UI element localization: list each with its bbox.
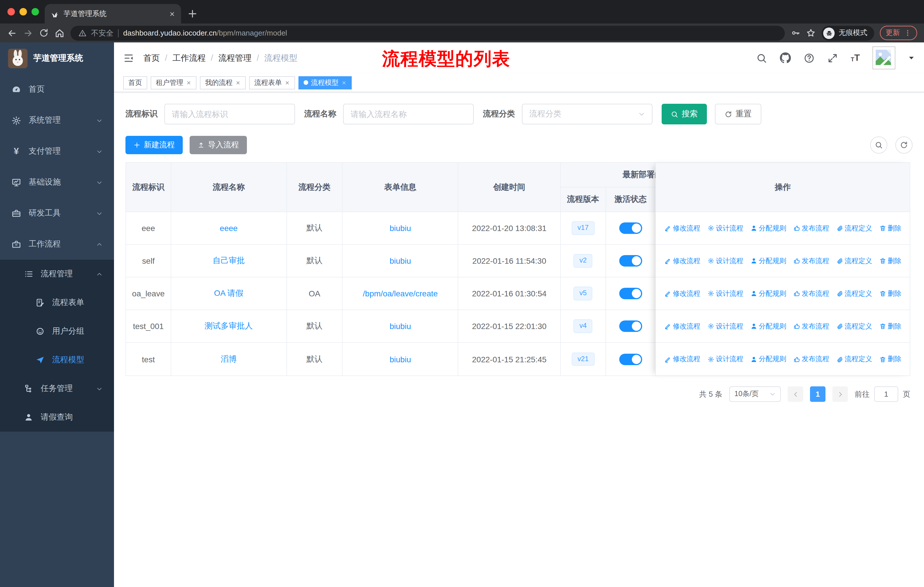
process-name-link[interactable]: eeee: [220, 223, 238, 233]
assign-rule-link[interactable]: 分配规则: [750, 256, 786, 266]
browser-menu-icon[interactable]: [904, 29, 911, 37]
delete-process-link[interactable]: 删除: [879, 354, 901, 364]
help-icon[interactable]: [804, 53, 815, 63]
form-info-link[interactable]: biubiu: [389, 355, 411, 364]
sidebar-item-infra[interactable]: 基础设施: [0, 167, 114, 198]
modify-process-link[interactable]: 修改流程: [664, 223, 700, 233]
process-name-link[interactable]: 测试多审批人: [205, 321, 252, 331]
publish-process-link[interactable]: 发布流程: [793, 354, 829, 364]
close-window-button[interactable]: [7, 8, 15, 15]
publish-process-link[interactable]: 发布流程: [793, 223, 829, 233]
active-toggle[interactable]: [619, 222, 642, 234]
design-process-link[interactable]: 设计流程: [707, 354, 743, 364]
address-bar[interactable]: 不安全 dashboard.yudao.iocoder.cn/bpm/manag…: [71, 25, 785, 40]
goto-page-input[interactable]: [874, 386, 898, 402]
tag-my-process[interactable]: 我的流程: [200, 76, 246, 89]
delete-process-link[interactable]: 删除: [879, 289, 901, 298]
sidebar-item-payment[interactable]: ¥ 支付管理: [0, 136, 114, 167]
breadcrumb-item[interactable]: 首页: [143, 53, 160, 63]
assign-rule-link[interactable]: 分配规则: [750, 321, 786, 331]
form-info-link[interactable]: biubiu: [389, 256, 411, 265]
tag-tenant[interactable]: 租户管理: [151, 76, 196, 89]
tab-close-icon[interactable]: [169, 11, 175, 17]
modify-process-link[interactable]: 修改流程: [664, 321, 700, 331]
page-size-select[interactable]: 10条/页: [729, 386, 781, 402]
header-search-icon[interactable]: [756, 53, 767, 63]
tag-close-icon[interactable]: [342, 80, 346, 85]
tag-process-form[interactable]: 流程表单: [249, 76, 295, 89]
process-definition-link[interactable]: 流程定义: [836, 223, 872, 233]
modify-process-link[interactable]: 修改流程: [664, 354, 700, 364]
github-icon[interactable]: [780, 52, 791, 64]
sidebar-item-system[interactable]: 系统管理: [0, 105, 114, 136]
reload-icon[interactable]: [39, 28, 49, 38]
delete-process-link[interactable]: 删除: [879, 223, 901, 233]
publish-process-link[interactable]: 发布流程: [793, 256, 829, 266]
maximize-window-button[interactable]: [31, 8, 39, 15]
key-icon[interactable]: [790, 28, 800, 38]
next-page-button[interactable]: [832, 386, 848, 402]
browser-update-button[interactable]: 更新: [880, 26, 917, 40]
form-info-link[interactable]: biubiu: [389, 223, 411, 233]
prev-page-button[interactable]: [788, 386, 803, 402]
show-search-toggle-button[interactable]: [870, 136, 887, 154]
process-definition-link[interactable]: 流程定义: [836, 321, 872, 331]
tag-process-model-active[interactable]: 流程模型: [299, 76, 352, 89]
active-toggle[interactable]: [619, 321, 642, 332]
publish-process-link[interactable]: 发布流程: [793, 289, 829, 298]
sidebar-item-process-model[interactable]: 流程模型: [0, 346, 114, 374]
tag-close-icon[interactable]: [285, 80, 290, 85]
process-definition-link[interactable]: 流程定义: [836, 256, 872, 266]
category-select[interactable]: 流程分类: [522, 104, 652, 124]
home-icon[interactable]: [54, 28, 65, 38]
tag-close-icon[interactable]: [186, 80, 191, 85]
new-tab-button[interactable]: [187, 8, 198, 20]
browser-tab[interactable]: 芋道管理系统: [45, 4, 181, 23]
sidebar-item-home[interactable]: 首页: [0, 74, 114, 105]
collapse-sidebar-icon[interactable]: [123, 53, 134, 63]
process-key-input[interactable]: [164, 104, 295, 124]
active-toggle[interactable]: [619, 354, 642, 365]
process-definition-link[interactable]: 流程定义: [836, 354, 872, 364]
process-name-link[interactable]: OA 请假: [214, 288, 243, 299]
active-toggle[interactable]: [619, 255, 642, 266]
create-process-button[interactable]: 新建流程: [125, 136, 183, 154]
process-name-link[interactable]: 滔博: [221, 354, 237, 364]
assign-rule-link[interactable]: 分配规则: [750, 354, 786, 364]
publish-process-link[interactable]: 发布流程: [793, 321, 829, 331]
active-toggle[interactable]: [619, 288, 642, 299]
delete-process-link[interactable]: 删除: [879, 256, 901, 266]
process-name-link[interactable]: 自己审批: [213, 256, 244, 266]
assign-rule-link[interactable]: 分配规则: [750, 223, 786, 233]
form-info-link[interactable]: /bpm/oa/leave/create: [363, 289, 438, 298]
design-process-link[interactable]: 设计流程: [707, 321, 743, 331]
tag-close-icon[interactable]: [236, 80, 241, 85]
modify-process-link[interactable]: 修改流程: [664, 289, 700, 298]
assign-rule-link[interactable]: 分配规则: [750, 289, 786, 298]
process-name-input[interactable]: [343, 104, 474, 124]
sidebar-item-process-mgmt[interactable]: 流程管理: [0, 260, 114, 288]
import-process-button[interactable]: 导入流程: [190, 136, 247, 154]
breadcrumb-item[interactable]: 工作流程: [172, 53, 206, 63]
sidebar-item-devtools[interactable]: 研发工具: [0, 198, 114, 229]
sidebar-item-process-form[interactable]: 流程表单: [0, 288, 114, 317]
sidebar-item-workflow[interactable]: 工作流程: [0, 229, 114, 260]
reset-button[interactable]: 重置: [715, 104, 761, 124]
back-icon[interactable]: [7, 28, 17, 38]
window-controls[interactable]: [7, 8, 39, 15]
sidebar-item-user-group[interactable]: 用户分组: [0, 317, 114, 346]
fullscreen-icon[interactable]: [827, 53, 838, 63]
forward-icon[interactable]: [23, 28, 33, 38]
sidebar-item-task-mgmt[interactable]: 任务管理: [0, 374, 114, 403]
avatar[interactable]: [873, 46, 895, 69]
design-process-link[interactable]: 设计流程: [707, 256, 743, 266]
sidebar-item-leave-query[interactable]: 请假查询: [0, 403, 114, 432]
minimize-window-button[interactable]: [20, 8, 27, 15]
app-logo-row[interactable]: 芋道管理系统: [0, 42, 114, 74]
search-button[interactable]: 搜索: [662, 104, 707, 124]
avatar-caret-icon[interactable]: [908, 55, 915, 61]
font-size-icon[interactable]: TT: [851, 53, 860, 63]
bookmark-star-icon[interactable]: [806, 28, 816, 38]
modify-process-link[interactable]: 修改流程: [664, 256, 700, 266]
refresh-table-button[interactable]: [895, 136, 912, 154]
